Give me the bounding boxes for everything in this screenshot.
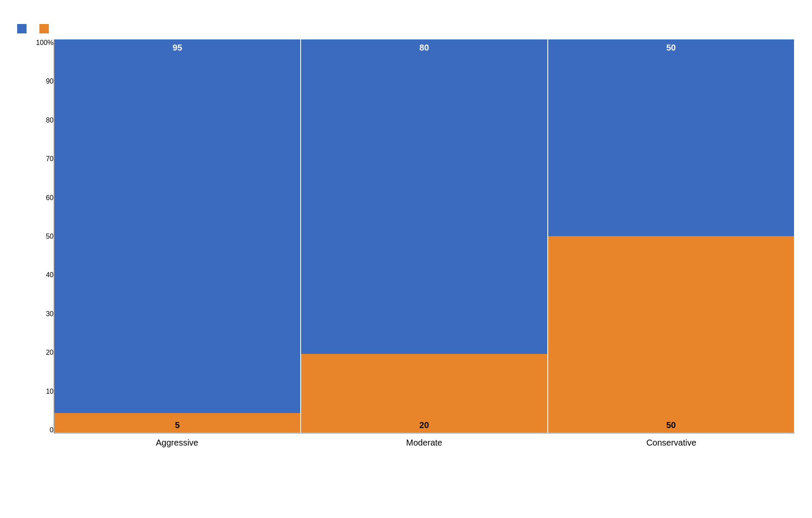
- chart-body: 100%9080706050403020100 95580205050 Aggr…: [17, 39, 795, 448]
- x-label-conservative: Conservative: [548, 438, 795, 448]
- bond-segment-conservative: 50: [548, 236, 794, 433]
- bar-group-conservative: 5050: [548, 39, 795, 433]
- bond-swatch: [39, 24, 49, 33]
- stock-label-aggressive: 95: [173, 43, 182, 53]
- y-tick: 20: [46, 349, 54, 356]
- grid-line: [54, 433, 795, 433]
- y-tick: 90: [46, 78, 54, 85]
- y-tick: 80: [46, 117, 54, 124]
- x-label-moderate: Moderate: [301, 438, 548, 448]
- y-tick: 10: [46, 388, 54, 395]
- y-tick: 30: [46, 311, 54, 317]
- bond-label-moderate: 20: [419, 420, 429, 430]
- bond-label-aggressive: 5: [175, 420, 180, 430]
- bars-area: 95580205050: [54, 39, 795, 434]
- y-tick: 100%: [36, 39, 54, 46]
- legend-item-bond: [39, 24, 51, 33]
- y-axis-ticks: 100%9080706050403020100: [36, 39, 54, 434]
- y-tick: 0: [50, 427, 54, 434]
- bar-group-moderate: 8020: [301, 39, 548, 433]
- bond-label-conservative: 50: [666, 420, 676, 430]
- stock-label-conservative: 50: [666, 43, 676, 53]
- stock-label-moderate: 80: [419, 43, 429, 53]
- bond-segment-moderate: 20: [301, 354, 547, 433]
- legend-item-stock: [17, 24, 29, 33]
- x-axis: AggressiveModerateConservative: [54, 438, 795, 448]
- stock-segment-conservative: 50: [548, 39, 794, 236]
- stock-segment-moderate: 80: [301, 39, 547, 354]
- y-tick: 50: [46, 233, 54, 240]
- bond-segment-aggressive: 5: [54, 413, 300, 433]
- stock-segment-aggressive: 95: [54, 39, 300, 413]
- stock-swatch: [17, 24, 27, 33]
- x-label-aggressive: Aggressive: [54, 438, 301, 448]
- y-tick: 40: [46, 272, 54, 278]
- bar-group-aggressive: 955: [54, 39, 301, 433]
- legend: [17, 24, 795, 33]
- y-tick: 60: [46, 195, 54, 201]
- y-tick: 70: [46, 156, 54, 162]
